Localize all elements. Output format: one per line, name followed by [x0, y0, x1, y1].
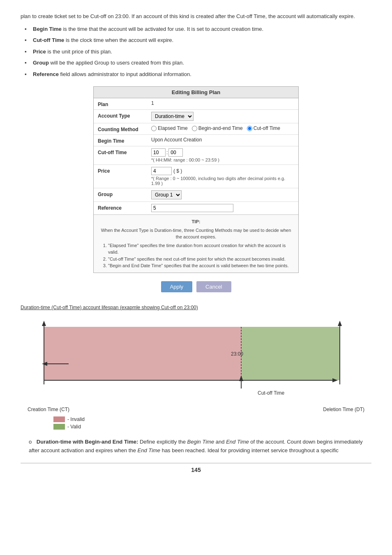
bottom-list: Duration-time with Begin-and End Time: D… — [21, 438, 371, 455]
diagram-section: Duration-time (Cut-off Time) account lif… — [21, 305, 371, 430]
bullet-group: Group will be the applied Group to users… — [25, 59, 371, 67]
diagram-caption: Duration-time (Cut-off Time) account lif… — [21, 305, 371, 310]
begin-time-value: Upon Account Creation — [151, 137, 294, 143]
plan-row: Plan 1 — [94, 98, 298, 110]
valid-label: - Valid — [67, 424, 81, 430]
svg-marker-3 — [42, 321, 46, 326]
svg-rect-1 — [241, 327, 340, 380]
bottom-text-4: has been reached. Ideal for providing in… — [162, 447, 339, 453]
cutoff-time-row: Cut-off Time : *( HH:MM: range : 00:00 ~… — [94, 146, 298, 165]
tip-item-2: "Cut-off Time" specifies the next cut-of… — [108, 256, 292, 263]
begin-time-row: Begin Time Upon Account Creation — [94, 135, 298, 146]
cutoff-minutes-input[interactable] — [168, 148, 183, 157]
page-number: 145 — [21, 463, 371, 473]
apply-button[interactable]: Apply — [161, 281, 193, 292]
begin-end-radio[interactable] — [192, 126, 197, 131]
billing-plan-form: Editing Billing Plan Plan 1 Account Type… — [93, 86, 299, 273]
bullet-bold: Cut-off Time — [33, 37, 64, 43]
bullet-text: will be the applied Group to users creat… — [49, 60, 184, 66]
billing-plan-title: Editing Billing Plan — [94, 87, 298, 98]
group-row: Group Group 1 Group 2 — [94, 188, 298, 202]
tip-item-1: "Elapsed Time" specifies the time durati… — [108, 242, 292, 256]
svg-rect-0 — [44, 327, 241, 380]
bullet-text: is the unit price of this plan. — [46, 49, 112, 55]
feature-list: Begin Time is the time that the account … — [21, 25, 371, 79]
begin-time-italic: Begin Time — [187, 439, 214, 445]
deletion-time-label: Deletion Time (DT) — [323, 407, 364, 412]
begin-time-label: Begin Time — [98, 137, 151, 144]
invalid-color-box — [53, 416, 65, 422]
counting-method-row: Counting Method Elapsed Time Begin-and-e… — [94, 123, 298, 135]
price-hint: *( Range : 0 ~ 100000, including two dig… — [151, 176, 294, 186]
creation-time-label: Creation Time (CT) — [28, 407, 69, 412]
elapsed-time-option[interactable]: Elapsed Time — [151, 125, 188, 131]
bullet-text: is the time that the account will be act… — [62, 26, 263, 32]
plan-value: 1 — [151, 100, 294, 106]
reference-label: Reference — [98, 204, 151, 211]
price-label: Price — [98, 167, 151, 174]
plan-label: Plan — [98, 100, 151, 107]
bullet-bold: Begin Time — [33, 26, 62, 32]
tip-intro: When the Account Type is Duration-time, … — [101, 228, 291, 240]
diagram-container: 23:00 Cut-off Time — [28, 314, 364, 405]
bottom-text-2: and — [216, 439, 226, 445]
cutoff-time-label: Cut-off Time — [98, 148, 151, 155]
legend-invalid: - Invalid — [53, 416, 371, 422]
svg-marker-5 — [338, 321, 342, 326]
account-type-label: Account Type — [98, 112, 151, 119]
valid-color-box — [53, 424, 65, 430]
creation-deletion-labels: Creation Time (CT) Deletion Time (DT) — [28, 407, 364, 412]
price-currency: ( $ ) — [173, 168, 182, 174]
tip-list: "Elapsed Time" specifies the time durati… — [100, 242, 292, 269]
group-select[interactable]: Group 1 Group 2 — [151, 190, 182, 199]
price-value: ( $ ) *( Range : 0 ~ 100000, including t… — [151, 167, 294, 186]
form-buttons: Apply Cancel — [21, 281, 371, 292]
cutoff-hint: *( HH:MM: range : 00:00 ~ 23:59 ) — [151, 157, 294, 162]
cutoff-radio[interactable] — [247, 126, 252, 131]
bullet-reference: Reference field allows administrator to … — [25, 70, 371, 79]
end-time-italic-2: End Time — [138, 447, 161, 453]
account-type-row: Account Type Duration-time Time-limited — [94, 110, 298, 123]
diagram-svg: 23:00 Cut-off Time — [28, 314, 364, 405]
reference-value — [151, 204, 294, 212]
begin-end-option[interactable]: Begin-and-end Time — [192, 125, 243, 131]
bullet-price: Price is the unit price of this plan. — [25, 48, 371, 56]
bullet-begin-time: Begin Time is the time that the account … — [25, 25, 371, 33]
cutoff-separator: : — [166, 150, 168, 155]
cancel-button[interactable]: Cancel — [196, 281, 231, 292]
bullet-text: is the clock time when the account will … — [64, 37, 173, 43]
cutoff-option[interactable]: Cut-off Time — [247, 125, 280, 131]
cutoff-hours-input[interactable] — [151, 148, 166, 157]
account-type-select[interactable]: Duration-time Time-limited — [151, 112, 194, 121]
invalid-label: - Invalid — [67, 416, 85, 422]
bullet-bold: Price — [33, 49, 46, 55]
bottom-text-1: Define explicitly the — [140, 439, 187, 445]
bullet-bold: Group — [33, 60, 49, 66]
bullet-bold: Reference — [33, 71, 59, 77]
svg-text:23:00: 23:00 — [231, 351, 243, 357]
legend-valid: - Valid — [53, 424, 371, 430]
svg-text:Cut-off Time: Cut-off Time — [258, 390, 284, 396]
elapsed-time-radio[interactable] — [151, 126, 157, 131]
group-label: Group — [98, 190, 151, 197]
price-row: Price ( $ ) *( Range : 0 ~ 100000, inclu… — [94, 165, 298, 188]
end-time-italic: End Time — [226, 439, 249, 445]
price-input[interactable] — [151, 167, 172, 175]
group-value: Group 1 Group 2 — [151, 190, 294, 199]
counting-method-label: Counting Method — [98, 125, 151, 132]
reference-row: Reference — [94, 202, 298, 215]
intro-paragraph: plan to create ticket set to be Cut-off … — [21, 12, 371, 21]
tip-box: TIP: When the Account Type is Duration-t… — [94, 215, 298, 273]
counting-method-value: Elapsed Time Begin-and-end Time Cut-off … — [151, 125, 294, 131]
duration-begin-end-item: Duration-time with Begin-and End Time: D… — [29, 438, 371, 455]
diagram-legend: - Invalid - Valid — [53, 416, 371, 430]
cutoff-time-value: : *( HH:MM: range : 00:00 ~ 23:59 ) — [151, 148, 294, 162]
tip-item-3: "Begin and End Date Time" specifies that… — [108, 262, 292, 269]
tip-title: TIP: — [100, 218, 292, 225]
bullet-cutoff-time: Cut-off Time is the clock time when the … — [25, 36, 371, 44]
reference-input[interactable] — [151, 204, 233, 212]
duration-begin-end-bold: Duration-time with Begin-and End Time: — [37, 439, 138, 445]
account-type-value: Duration-time Time-limited — [151, 112, 294, 121]
bullet-text: field allows administrator to input addi… — [59, 71, 191, 77]
